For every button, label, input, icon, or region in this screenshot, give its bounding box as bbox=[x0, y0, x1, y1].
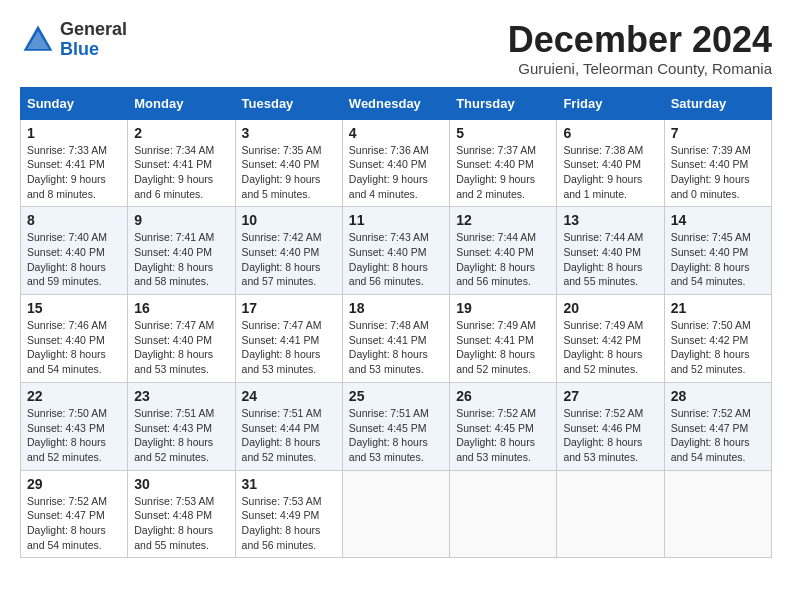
cell-text: Sunrise: 7:52 AM Sunset: 4:45 PM Dayligh… bbox=[456, 406, 550, 465]
cell-text: Sunrise: 7:33 AM Sunset: 4:41 PM Dayligh… bbox=[27, 143, 121, 202]
day-number: 15 bbox=[27, 300, 121, 316]
calendar-cell: 7Sunrise: 7:39 AM Sunset: 4:40 PM Daylig… bbox=[664, 119, 771, 207]
weekday-header-wednesday: Wednesday bbox=[342, 87, 449, 119]
header: General Blue December 2024 Guruieni, Tel… bbox=[20, 20, 772, 77]
weekday-header-thursday: Thursday bbox=[450, 87, 557, 119]
calendar-cell: 20Sunrise: 7:49 AM Sunset: 4:42 PM Dayli… bbox=[557, 295, 664, 383]
weekday-header-saturday: Saturday bbox=[664, 87, 771, 119]
calendar-header: SundayMondayTuesdayWednesdayThursdayFrid… bbox=[21, 87, 772, 119]
day-number: 9 bbox=[134, 212, 228, 228]
cell-text: Sunrise: 7:51 AM Sunset: 4:43 PM Dayligh… bbox=[134, 406, 228, 465]
weekday-header-tuesday: Tuesday bbox=[235, 87, 342, 119]
day-number: 24 bbox=[242, 388, 336, 404]
calendar-cell bbox=[342, 470, 449, 558]
calendar-cell: 6Sunrise: 7:38 AM Sunset: 4:40 PM Daylig… bbox=[557, 119, 664, 207]
logo: General Blue bbox=[20, 20, 127, 60]
cell-text: Sunrise: 7:37 AM Sunset: 4:40 PM Dayligh… bbox=[456, 143, 550, 202]
calendar-cell: 11Sunrise: 7:43 AM Sunset: 4:40 PM Dayli… bbox=[342, 207, 449, 295]
calendar-cell: 24Sunrise: 7:51 AM Sunset: 4:44 PM Dayli… bbox=[235, 382, 342, 470]
calendar-cell: 2Sunrise: 7:34 AM Sunset: 4:41 PM Daylig… bbox=[128, 119, 235, 207]
cell-text: Sunrise: 7:49 AM Sunset: 4:41 PM Dayligh… bbox=[456, 318, 550, 377]
calendar-cell: 17Sunrise: 7:47 AM Sunset: 4:41 PM Dayli… bbox=[235, 295, 342, 383]
cell-text: Sunrise: 7:35 AM Sunset: 4:40 PM Dayligh… bbox=[242, 143, 336, 202]
calendar-cell: 31Sunrise: 7:53 AM Sunset: 4:49 PM Dayli… bbox=[235, 470, 342, 558]
day-number: 27 bbox=[563, 388, 657, 404]
cell-text: Sunrise: 7:52 AM Sunset: 4:46 PM Dayligh… bbox=[563, 406, 657, 465]
cell-text: Sunrise: 7:45 AM Sunset: 4:40 PM Dayligh… bbox=[671, 230, 765, 289]
title-area: December 2024 Guruieni, Teleorman County… bbox=[508, 20, 772, 77]
calendar-cell bbox=[450, 470, 557, 558]
day-number: 22 bbox=[27, 388, 121, 404]
day-number: 8 bbox=[27, 212, 121, 228]
cell-text: Sunrise: 7:44 AM Sunset: 4:40 PM Dayligh… bbox=[456, 230, 550, 289]
day-number: 6 bbox=[563, 125, 657, 141]
calendar-cell: 25Sunrise: 7:51 AM Sunset: 4:45 PM Dayli… bbox=[342, 382, 449, 470]
day-number: 26 bbox=[456, 388, 550, 404]
day-number: 10 bbox=[242, 212, 336, 228]
calendar-cell: 21Sunrise: 7:50 AM Sunset: 4:42 PM Dayli… bbox=[664, 295, 771, 383]
cell-text: Sunrise: 7:47 AM Sunset: 4:41 PM Dayligh… bbox=[242, 318, 336, 377]
calendar-cell: 13Sunrise: 7:44 AM Sunset: 4:40 PM Dayli… bbox=[557, 207, 664, 295]
day-number: 3 bbox=[242, 125, 336, 141]
day-number: 5 bbox=[456, 125, 550, 141]
cell-text: Sunrise: 7:36 AM Sunset: 4:40 PM Dayligh… bbox=[349, 143, 443, 202]
calendar-cell: 10Sunrise: 7:42 AM Sunset: 4:40 PM Dayli… bbox=[235, 207, 342, 295]
cell-text: Sunrise: 7:44 AM Sunset: 4:40 PM Dayligh… bbox=[563, 230, 657, 289]
calendar-cell: 19Sunrise: 7:49 AM Sunset: 4:41 PM Dayli… bbox=[450, 295, 557, 383]
calendar-cell: 9Sunrise: 7:41 AM Sunset: 4:40 PM Daylig… bbox=[128, 207, 235, 295]
cell-text: Sunrise: 7:41 AM Sunset: 4:40 PM Dayligh… bbox=[134, 230, 228, 289]
day-number: 28 bbox=[671, 388, 765, 404]
day-number: 17 bbox=[242, 300, 336, 316]
day-number: 29 bbox=[27, 476, 121, 492]
calendar-cell: 5Sunrise: 7:37 AM Sunset: 4:40 PM Daylig… bbox=[450, 119, 557, 207]
day-number: 30 bbox=[134, 476, 228, 492]
calendar-cell bbox=[557, 470, 664, 558]
day-number: 4 bbox=[349, 125, 443, 141]
cell-text: Sunrise: 7:46 AM Sunset: 4:40 PM Dayligh… bbox=[27, 318, 121, 377]
cell-text: Sunrise: 7:50 AM Sunset: 4:43 PM Dayligh… bbox=[27, 406, 121, 465]
cell-text: Sunrise: 7:53 AM Sunset: 4:48 PM Dayligh… bbox=[134, 494, 228, 553]
logo-icon bbox=[20, 22, 56, 58]
cell-text: Sunrise: 7:42 AM Sunset: 4:40 PM Dayligh… bbox=[242, 230, 336, 289]
cell-text: Sunrise: 7:51 AM Sunset: 4:45 PM Dayligh… bbox=[349, 406, 443, 465]
calendar-table: SundayMondayTuesdayWednesdayThursdayFrid… bbox=[20, 87, 772, 559]
calendar-cell: 29Sunrise: 7:52 AM Sunset: 4:47 PM Dayli… bbox=[21, 470, 128, 558]
cell-text: Sunrise: 7:39 AM Sunset: 4:40 PM Dayligh… bbox=[671, 143, 765, 202]
calendar-cell: 8Sunrise: 7:40 AM Sunset: 4:40 PM Daylig… bbox=[21, 207, 128, 295]
weekday-header-monday: Monday bbox=[128, 87, 235, 119]
calendar-cell: 30Sunrise: 7:53 AM Sunset: 4:48 PM Dayli… bbox=[128, 470, 235, 558]
day-number: 16 bbox=[134, 300, 228, 316]
location-subtitle: Guruieni, Teleorman County, Romania bbox=[508, 60, 772, 77]
cell-text: Sunrise: 7:40 AM Sunset: 4:40 PM Dayligh… bbox=[27, 230, 121, 289]
day-number: 13 bbox=[563, 212, 657, 228]
day-number: 11 bbox=[349, 212, 443, 228]
day-number: 20 bbox=[563, 300, 657, 316]
calendar-cell: 26Sunrise: 7:52 AM Sunset: 4:45 PM Dayli… bbox=[450, 382, 557, 470]
cell-text: Sunrise: 7:47 AM Sunset: 4:40 PM Dayligh… bbox=[134, 318, 228, 377]
calendar-cell: 1Sunrise: 7:33 AM Sunset: 4:41 PM Daylig… bbox=[21, 119, 128, 207]
day-number: 18 bbox=[349, 300, 443, 316]
calendar-cell: 22Sunrise: 7:50 AM Sunset: 4:43 PM Dayli… bbox=[21, 382, 128, 470]
day-number: 1 bbox=[27, 125, 121, 141]
cell-text: Sunrise: 7:48 AM Sunset: 4:41 PM Dayligh… bbox=[349, 318, 443, 377]
day-number: 12 bbox=[456, 212, 550, 228]
day-number: 2 bbox=[134, 125, 228, 141]
day-number: 14 bbox=[671, 212, 765, 228]
calendar-cell: 16Sunrise: 7:47 AM Sunset: 4:40 PM Dayli… bbox=[128, 295, 235, 383]
logo-text: General Blue bbox=[60, 20, 127, 60]
calendar-cell: 3Sunrise: 7:35 AM Sunset: 4:40 PM Daylig… bbox=[235, 119, 342, 207]
calendar-week-row: 29Sunrise: 7:52 AM Sunset: 4:47 PM Dayli… bbox=[21, 470, 772, 558]
cell-text: Sunrise: 7:43 AM Sunset: 4:40 PM Dayligh… bbox=[349, 230, 443, 289]
calendar-cell: 27Sunrise: 7:52 AM Sunset: 4:46 PM Dayli… bbox=[557, 382, 664, 470]
calendar-cell bbox=[664, 470, 771, 558]
cell-text: Sunrise: 7:49 AM Sunset: 4:42 PM Dayligh… bbox=[563, 318, 657, 377]
cell-text: Sunrise: 7:34 AM Sunset: 4:41 PM Dayligh… bbox=[134, 143, 228, 202]
calendar-cell: 14Sunrise: 7:45 AM Sunset: 4:40 PM Dayli… bbox=[664, 207, 771, 295]
weekday-header-friday: Friday bbox=[557, 87, 664, 119]
calendar-cell: 15Sunrise: 7:46 AM Sunset: 4:40 PM Dayli… bbox=[21, 295, 128, 383]
day-number: 23 bbox=[134, 388, 228, 404]
calendar-cell: 4Sunrise: 7:36 AM Sunset: 4:40 PM Daylig… bbox=[342, 119, 449, 207]
calendar-cell: 12Sunrise: 7:44 AM Sunset: 4:40 PM Dayli… bbox=[450, 207, 557, 295]
day-number: 21 bbox=[671, 300, 765, 316]
calendar-week-row: 8Sunrise: 7:40 AM Sunset: 4:40 PM Daylig… bbox=[21, 207, 772, 295]
